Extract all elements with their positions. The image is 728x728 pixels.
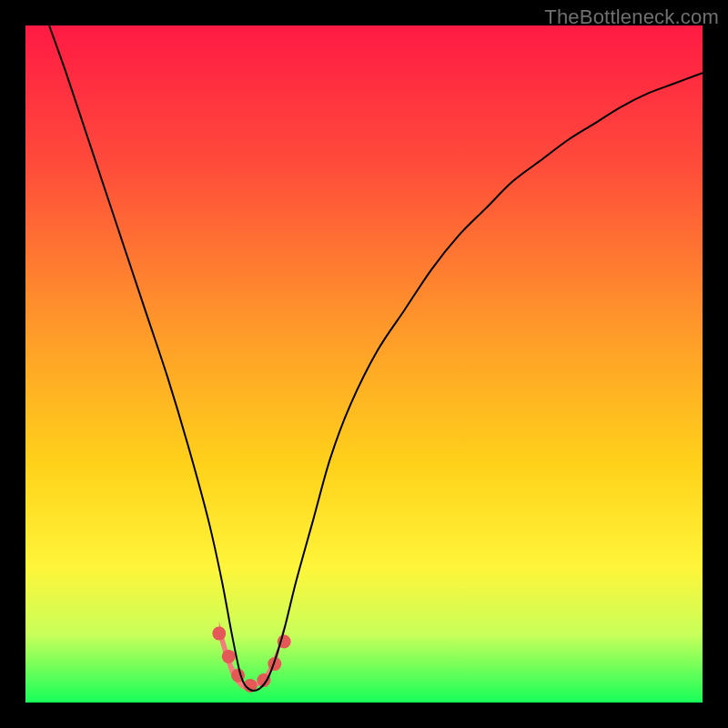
chart-svg <box>25 25 703 703</box>
watermark-text: TheBottleneck.com <box>544 5 719 29</box>
dot <box>222 650 236 663</box>
chart-frame: TheBottleneck.com <box>0 0 728 728</box>
plot-area <box>25 25 703 703</box>
dot <box>212 627 226 641</box>
gradient-bg <box>25 25 703 703</box>
